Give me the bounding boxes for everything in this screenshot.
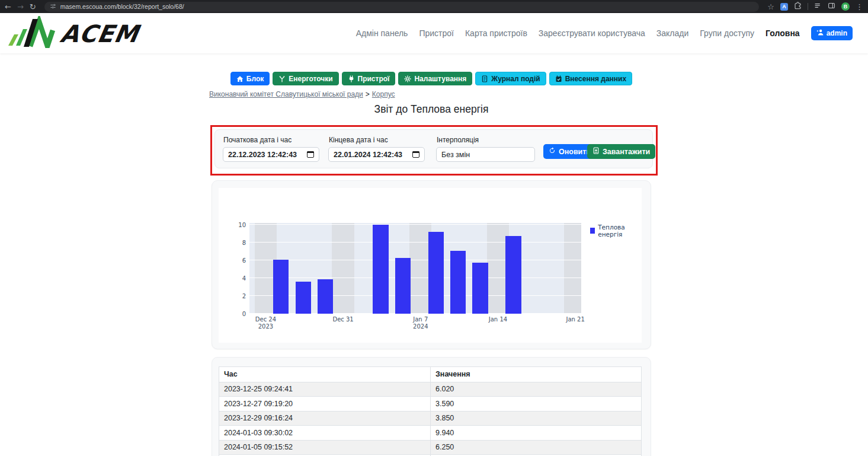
x-tick-label: Dec 242023 xyxy=(255,316,276,330)
gridline xyxy=(249,260,581,260)
table-body: 2023-12-25 09:24:416.0202023-12-27 09:19… xyxy=(219,382,641,455)
cell-time: 2023-12-29 09:16:24 xyxy=(219,412,430,426)
weekend-band xyxy=(564,223,581,314)
interpolation-input[interactable] xyxy=(441,151,530,159)
toolbar-button-gear[interactable]: Налаштування xyxy=(398,72,472,85)
refresh-button-label: Оновити xyxy=(559,148,591,156)
house-icon xyxy=(236,75,244,82)
toolbar-button-label: Налаштування xyxy=(414,75,466,83)
chart-bar xyxy=(395,258,411,314)
reading-list-icon[interactable] xyxy=(814,1,822,12)
person-plus-icon xyxy=(816,28,824,38)
toolbar-button-calendar[interactable]: Внесення данних xyxy=(549,72,632,85)
toolbar-button-branch[interactable]: Енерготочки xyxy=(273,72,338,85)
page-title: Звіт до Теплова енергія xyxy=(212,103,651,116)
chart-bar xyxy=(472,263,488,314)
url-text: masem.escoua.com/block/32/report_solo/68… xyxy=(60,3,184,10)
refresh-icon xyxy=(549,147,556,156)
gridline xyxy=(249,278,581,278)
chart-card: 0246810Dec 242023Dec 31Jan 72024Jan 14Ja… xyxy=(212,180,651,349)
chart-plot-area: 0246810Dec 242023Dec 31Jan 72024Jan 14Ja… xyxy=(249,223,581,314)
x-tick-label: Jan 72024 xyxy=(413,316,428,330)
nav-item-5[interactable]: Заклади xyxy=(656,28,688,38)
forward-icon[interactable]: → xyxy=(17,3,24,11)
nav-item-2[interactable]: Пристрої xyxy=(419,28,454,38)
download-button-label: Завантажити xyxy=(603,148,650,156)
calendar-icon xyxy=(555,75,562,82)
address-bar[interactable]: masem.escoua.com/block/32/report_solo/68… xyxy=(44,2,760,12)
gridline xyxy=(249,242,581,243)
cell-value: 9.940 xyxy=(430,426,641,440)
chart-legend[interactable]: Теплова енергія xyxy=(590,224,642,238)
toolbar-button-house[interactable]: Блок xyxy=(230,72,270,85)
gridline xyxy=(249,224,581,225)
end-datetime-input[interactable]: 22.01.2024 12:42:43 xyxy=(328,147,425,162)
cell-time: 2023-12-27 09:19:20 xyxy=(219,397,430,411)
chart-bar xyxy=(273,260,289,314)
site-header: ACEM Адмін панельПристроїКарта пристроїв… xyxy=(0,13,868,53)
table-header-row: Час Значення xyxy=(219,367,641,382)
toolbar-separator xyxy=(808,3,808,10)
table-header-time: Час xyxy=(219,367,430,382)
legend-swatch xyxy=(590,228,595,234)
y-tick-label: 4 xyxy=(242,275,246,281)
bookmark-star-icon[interactable]: ☆ xyxy=(767,3,774,11)
nav-item-1[interactable]: Адмін панель xyxy=(356,28,408,38)
breadcrumb-link-organization[interactable]: Виконавчий комітет Славутицької міської … xyxy=(209,90,363,98)
chart-bar xyxy=(296,282,311,314)
end-datetime-label: Кінцева дата і час xyxy=(329,136,388,144)
site-settings-icon[interactable] xyxy=(50,1,56,12)
plug-icon xyxy=(348,75,355,82)
back-icon[interactable]: ← xyxy=(5,3,11,11)
filter-panel: Початкова дата і час 22.12.2023 12:42:43… xyxy=(214,129,653,168)
translate-icon[interactable]: A xyxy=(780,3,788,11)
chart-bar xyxy=(428,232,444,314)
nav-item-3[interactable]: Карта пристроїв xyxy=(465,28,527,38)
cell-value: 3.850 xyxy=(430,412,641,426)
admin-button[interactable]: admin xyxy=(811,26,853,40)
admin-button-label: admin xyxy=(827,29,847,37)
nav-item-6[interactable]: Групи доступу xyxy=(700,28,754,38)
values-table: Час Значення 2023-12-25 09:24:416.020202… xyxy=(219,366,642,456)
cell-time: 2023-12-25 09:24:41 xyxy=(219,382,430,397)
cell-value: 6.250 xyxy=(430,441,641,455)
breadcrumb: Виконавчий комітет Славутицької міської … xyxy=(209,90,395,98)
table-card: Час Значення 2023-12-25 09:24:416.020202… xyxy=(212,357,651,456)
chart-canvas: 0246810Dec 242023Dec 31Jan 72024Jan 14Ja… xyxy=(219,188,642,343)
x-tick-label: Dec 31 xyxy=(332,316,353,323)
cell-value: 6.020 xyxy=(430,382,641,397)
journal-icon xyxy=(481,75,488,82)
start-datetime-label: Початкова дата і час xyxy=(223,136,292,144)
y-tick-label: 2 xyxy=(242,292,246,299)
browser-profile-avatar[interactable]: B xyxy=(841,2,850,11)
calendar-picker-icon[interactable] xyxy=(412,151,419,158)
end-datetime-value: 22.01.2024 12:42:43 xyxy=(334,151,402,159)
toolbar-button-journal[interactable]: Журнал подій xyxy=(475,72,546,85)
breadcrumb-link-building[interactable]: Корпус xyxy=(372,90,395,98)
toolbar-button-label: Журнал подій xyxy=(491,75,540,83)
table-row: 2023-12-25 09:24:416.020 xyxy=(219,382,641,397)
chart-bar xyxy=(373,225,388,314)
y-tick-label: 0 xyxy=(242,311,246,317)
chart-bar xyxy=(450,251,466,314)
nav-item-7[interactable]: Головна xyxy=(765,28,800,38)
toolbar-button-label: Блок xyxy=(246,75,264,83)
branch-icon xyxy=(278,75,286,82)
download-button[interactable]: Завантажити xyxy=(587,144,655,159)
cell-value: 3.590 xyxy=(430,397,641,411)
extensions-icon[interactable] xyxy=(794,1,802,12)
table-row: 2023-12-27 09:19:203.590 xyxy=(219,396,641,411)
toolbar-button-label: Енерготочки xyxy=(289,75,332,83)
browser-menu-icon[interactable]: ⋮ xyxy=(856,3,863,11)
start-datetime-input[interactable]: 22.12.2023 12:42:43 xyxy=(223,147,319,162)
reload-icon[interactable]: ↻ xyxy=(30,3,36,11)
side-panel-icon[interactable] xyxy=(828,1,835,12)
cell-time: 2024-01-03 09:30:02 xyxy=(219,426,430,440)
x-tick-label: Jan 14 xyxy=(489,316,507,323)
nav-item-4[interactable]: Зареєструвати користувача xyxy=(539,28,645,38)
logo[interactable]: ACEM xyxy=(6,16,142,50)
toolbar-button-plug[interactable]: Пристрої xyxy=(342,72,396,85)
interpolation-input-wrap xyxy=(436,147,535,162)
y-tick-label: 6 xyxy=(242,257,246,263)
calendar-picker-icon[interactable] xyxy=(307,151,314,158)
